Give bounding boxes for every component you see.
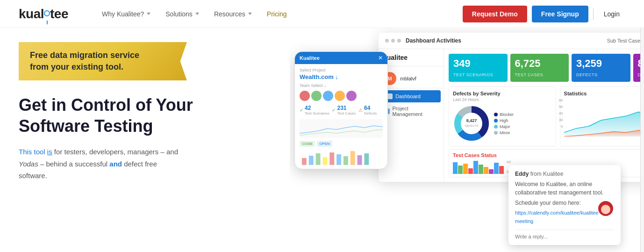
request-demo-button[interactable]: Request Demo (463, 6, 527, 22)
bar-3 (463, 164, 468, 174)
stat-icon-cases: ✓ (332, 108, 336, 113)
avatar-4 (335, 91, 345, 101)
chat-reply-area (515, 230, 614, 239)
nav-solutions[interactable]: Solutions (160, 7, 205, 22)
y-label-50: 50 (559, 105, 563, 109)
scrollbar[interactable] (640, 0, 644, 252)
dash-window-controls (385, 39, 401, 43)
svg-text:8,427: 8,427 (466, 118, 477, 123)
statistics-chart-title: Statistics (564, 91, 644, 96)
legend-dot-major (494, 125, 498, 129)
stat-defects-label: DEFECTS (576, 72, 598, 77)
mobile-stats: ✓ 42 Test Scenarios ✓ 231 Test Cases (300, 105, 383, 115)
hero-left: Free data migration servicefrom your exi… (0, 28, 290, 252)
legend-dot-high (494, 119, 498, 122)
svg-rect-5 (336, 154, 341, 165)
stat-card-testcases: 6,725 TEST CASES (510, 54, 569, 82)
chat-from-company: from Kualitee (530, 171, 564, 177)
mobile-bar-chart (300, 149, 383, 165)
avatar-1 (300, 91, 310, 101)
stat-card-defects: 3,259 DEFECTS (572, 54, 630, 82)
svg-rect-6 (343, 156, 348, 165)
statistics-chart: Statistics 60 50 40 30 0 (560, 86, 644, 146)
donut-legend: Blocker High Major (494, 112, 514, 135)
legend-minor: Minor (494, 130, 514, 135)
dash-nav-dashboard[interactable]: Dashboard (381, 90, 441, 102)
dash-user-name: mblalvf (400, 76, 416, 81)
chat-avatar-face (601, 205, 610, 214)
svg-rect-2 (316, 153, 321, 165)
legend-dot-minor (494, 131, 498, 135)
donut-wrap: 8,427 DEFECTS Blocker (453, 105, 552, 142)
dash-nav-project[interactable]: Project Management (379, 102, 444, 120)
free-signup-button[interactable]: Free Signup (532, 6, 588, 22)
mobile-project-name[interactable]: Wealth.com ↓ (300, 73, 383, 80)
stat-value-defects: 64 (364, 105, 377, 111)
chat-popup: Eddy from Kualitee Welcome to Kualitee, … (508, 165, 621, 245)
logo[interactable]: kual tee (19, 7, 68, 22)
chat-avatar (597, 200, 614, 217)
stat-label-defects: Defects (364, 111, 377, 115)
dash-header: Dashboard Activities Sub Test Case Sub T… (379, 33, 644, 49)
y-label-30: 30 (559, 118, 563, 122)
bar-2 (458, 166, 463, 174)
defects-chart-subtitle: Last 24 Hours (453, 97, 552, 102)
chevron-down-icon (248, 13, 252, 15)
mobile-team-label: Team Select ↓ (300, 83, 326, 88)
legend-major: Major (494, 124, 514, 129)
svg-rect-4 (329, 152, 334, 165)
mobile-tag-code: CODE (300, 141, 315, 147)
dash-main-content: 349 TEST SCENARIOS 6,725 TEST CASES 3,25… (444, 49, 644, 182)
hero-section: Free data migration servicefrom your exi… (0, 28, 644, 252)
chat-reply-input[interactable] (515, 234, 614, 239)
test-cases-title: Test Cases Status (453, 152, 644, 158)
stat-value-cases: 231 (337, 105, 356, 111)
avatar-5 (346, 91, 357, 101)
nav-resources[interactable]: Resources (208, 7, 258, 22)
svg-rect-3 (322, 157, 327, 165)
subtitle-is[interactable]: is (47, 148, 52, 156)
dash-title: Dashboard Activities (406, 37, 607, 44)
svg-rect-1 (309, 156, 314, 165)
chevron-down-icon (195, 13, 199, 15)
y-label-60: 60 (559, 98, 563, 102)
legend-blocker: Blocker (494, 112, 514, 117)
login-button[interactable]: Login (598, 7, 625, 22)
nav-pricing[interactable]: Pricing (261, 7, 293, 22)
dash-sidebar: kualitee M mblalvf Dashboard Project Man… (379, 49, 444, 182)
defects-chart: Defects by Severity Last 24 Hours (449, 86, 556, 146)
y-label-0: 0 (561, 124, 563, 129)
mobile-stat-cases: ✓ 231 Test Cases (332, 105, 356, 115)
divider (593, 8, 594, 20)
mobile-bottom-row: CODE OPEN (300, 141, 383, 147)
stat-label-scenarios: Test Scenarios (305, 111, 329, 115)
bar-7 (484, 167, 488, 174)
y-label-40: 40 (507, 160, 511, 164)
dash-dot-3 (397, 39, 401, 43)
chat-from: Eddy from Kualitee (515, 171, 614, 177)
svg-rect-0 (302, 158, 307, 165)
stat-card-scenarios: 349 TEST SCENARIOS (449, 54, 508, 82)
bar-10 (499, 166, 504, 174)
mobile-close-icon: ✕ (378, 55, 383, 61)
hero-subtitle: This tool is for testers, developers, ma… (19, 146, 215, 182)
chat-line1: Welcome to Kualitee, an online collabora… (515, 180, 614, 197)
stats-row: 349 TEST SCENARIOS 6,725 TEST CASES 3,25… (449, 54, 644, 82)
chevron-down-icon (147, 13, 150, 15)
y-label-40: 40 (559, 111, 563, 115)
dash-dot-2 (391, 39, 395, 43)
nav-actions: Request Demo Free Signup Login (463, 6, 625, 22)
mobile-team-avatars (300, 91, 383, 101)
mobile-stat-scenarios: ✓ 42 Test Scenarios (300, 105, 329, 115)
stat-testcases-label: TEST CASES (515, 72, 544, 77)
dash-dot-1 (385, 39, 389, 43)
bar-8 (489, 169, 494, 174)
stat-testcases-value: 6,725 (515, 58, 565, 70)
nav-why-kualitee[interactable]: Why Kualitee? (96, 7, 156, 22)
mobile-tag-open: OPEN (317, 141, 332, 147)
mobile-mockup: Kualitee ✕ Select Project Wealth.com ↓ T… (294, 51, 388, 169)
bar-9 (494, 163, 499, 174)
mobile-app-name: Kualitee (300, 55, 320, 61)
stat-scenarios-value: 349 (453, 58, 503, 70)
logo-text: kual tee (19, 7, 68, 22)
